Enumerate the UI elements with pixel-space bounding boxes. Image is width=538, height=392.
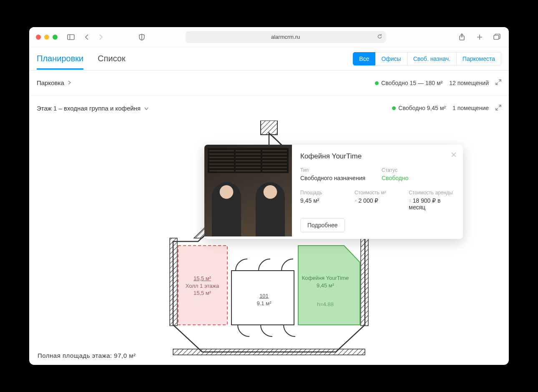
svg-rect-13 bbox=[170, 238, 177, 326]
maximize-window-button[interactable] bbox=[53, 35, 58, 40]
field-type: Тип Свободного назначения bbox=[300, 167, 373, 181]
page-tabs-row: Планировки Список Все Офисы Своб. назнач… bbox=[29, 47, 509, 70]
section-floor1-title: Этаж 1 – входная группа и кофейня bbox=[37, 105, 141, 112]
tab-planirovki[interactable]: Планировки bbox=[37, 48, 83, 70]
back-button[interactable] bbox=[82, 32, 92, 42]
chevron-right-icon bbox=[68, 79, 71, 86]
nav-arrows bbox=[82, 32, 106, 42]
minimize-window-button[interactable] bbox=[44, 35, 49, 40]
expand-icon[interactable] bbox=[495, 79, 501, 86]
filter-all[interactable]: Все bbox=[353, 52, 375, 65]
share-icon[interactable] bbox=[457, 32, 467, 42]
total-area-label: Полная площадь этажа: 97,0 м² bbox=[38, 352, 136, 359]
room-popover: Кофейня YourTime Тип Свободного назначен… bbox=[204, 145, 463, 239]
sidebar-toggle-icon[interactable] bbox=[66, 32, 76, 42]
room-cafe[interactable] bbox=[298, 246, 360, 325]
field-status: Статус Свободно bbox=[382, 167, 455, 181]
popover-title: Кофейня YourTime bbox=[300, 152, 455, 161]
filter-group: Все Офисы Своб. назнач. Паркоместа bbox=[353, 52, 501, 65]
field-price-m2: Стоимость м² ×2 000 ₽ bbox=[354, 190, 400, 211]
view-tabs: Планировки Список bbox=[37, 48, 126, 70]
close-icon[interactable] bbox=[450, 151, 457, 160]
filter-parking[interactable]: Паркоместа bbox=[457, 52, 501, 65]
section-parking-free: Свободно 15 — 180 м² bbox=[375, 80, 442, 86]
svg-rect-6 bbox=[494, 35, 499, 40]
browser-window: alarmcrm.ru Планировки Список Все Офисы bbox=[29, 27, 509, 365]
window-controls bbox=[36, 35, 58, 40]
tabs-overview-icon[interactable] bbox=[492, 32, 502, 42]
filter-offices[interactable]: Офисы bbox=[375, 52, 407, 65]
svg-rect-12 bbox=[261, 121, 277, 135]
shield-icon[interactable] bbox=[137, 32, 147, 42]
section-floor1-free: Свободно 9,45 м² bbox=[392, 105, 446, 111]
section-floor1[interactable]: Этаж 1 – входная группа и кофейня Свобод… bbox=[29, 95, 509, 121]
status-dot-icon bbox=[392, 106, 396, 110]
url-text: alarmcrm.ru bbox=[271, 34, 300, 40]
new-tab-icon[interactable] bbox=[475, 32, 485, 42]
popover-photo bbox=[204, 145, 292, 236]
section-parking[interactable]: Парковка Свободно 15 — 180 м² 12 помещен… bbox=[29, 70, 509, 95]
section-floor1-count: 1 помещение bbox=[453, 105, 489, 111]
section-parking-title: Парковка bbox=[37, 79, 64, 86]
field-rent: Стоимость аренды =18 900 ₽ в месяц bbox=[409, 190, 455, 211]
floor-plan-area: 15,5 м² Холл 1 этажа 15,5 м² 101 9.1 м² … bbox=[29, 121, 509, 365]
status-dot-icon bbox=[375, 81, 379, 85]
popover-body: Кофейня YourTime Тип Свободного назначен… bbox=[292, 145, 463, 239]
svg-rect-17 bbox=[173, 349, 365, 355]
chevron-down-icon bbox=[144, 105, 149, 112]
forward-button[interactable] bbox=[96, 32, 106, 42]
field-area: Площадь 9,45 м² bbox=[300, 190, 346, 211]
toolbar-right bbox=[457, 32, 502, 42]
svg-rect-0 bbox=[68, 35, 74, 40]
tab-spisok[interactable]: Список bbox=[98, 48, 126, 70]
close-window-button[interactable] bbox=[36, 35, 41, 40]
reload-icon[interactable] bbox=[377, 34, 382, 40]
details-button[interactable]: Подробнее bbox=[300, 218, 345, 232]
filter-free-purpose[interactable]: Своб. назнач. bbox=[407, 52, 457, 65]
address-bar[interactable]: alarmcrm.ru bbox=[186, 31, 386, 43]
browser-toolbar: alarmcrm.ru bbox=[29, 27, 509, 47]
expand-icon[interactable] bbox=[495, 105, 501, 112]
room-hall[interactable] bbox=[178, 246, 227, 325]
section-parking-count: 12 помещений bbox=[449, 80, 489, 86]
